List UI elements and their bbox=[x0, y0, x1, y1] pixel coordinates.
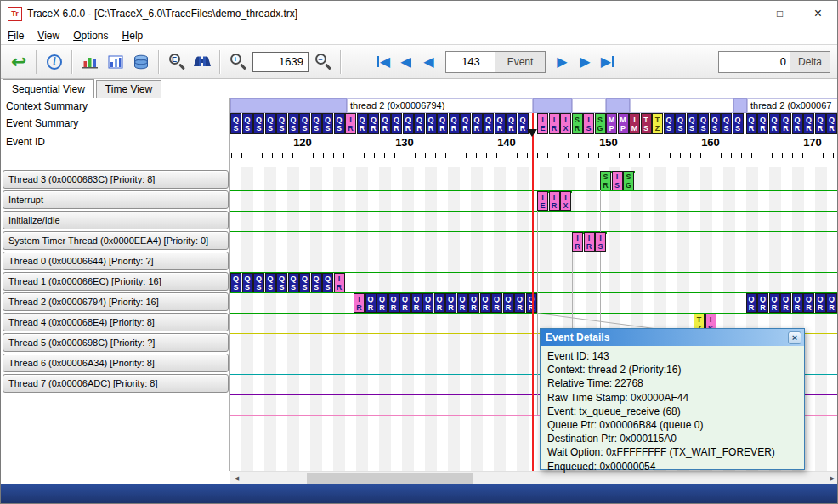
popup-close-icon[interactable]: × bbox=[788, 331, 801, 344]
event-box[interactable]: QR bbox=[399, 293, 411, 313]
event-box[interactable]: QR bbox=[403, 113, 414, 134]
thread-button[interactable]: Thread 3 (0x0000683C) [Priority: 8] bbox=[3, 170, 229, 189]
event-box[interactable]: QR bbox=[746, 113, 757, 134]
tab-sequential-view[interactable]: Sequential View bbox=[3, 79, 94, 98]
event-box[interactable]: QR bbox=[434, 293, 445, 313]
event-box[interactable]: IE bbox=[537, 113, 548, 134]
event-box[interactable]: QS bbox=[242, 273, 253, 292]
event-box[interactable]: QR bbox=[365, 293, 377, 313]
event-box[interactable]: SG bbox=[595, 113, 606, 134]
nav-prev-button[interactable]: ◀ bbox=[417, 49, 440, 75]
event-box[interactable]: IS bbox=[583, 113, 594, 134]
event-box[interactable]: IX bbox=[560, 191, 571, 211]
event-box[interactable]: QS bbox=[230, 113, 241, 134]
event-box[interactable]: QS bbox=[311, 113, 322, 134]
menu-item-file[interactable]: File bbox=[1, 28, 31, 43]
event-box[interactable]: QR bbox=[468, 293, 479, 313]
event-box[interactable]: QS bbox=[242, 113, 253, 134]
event-box[interactable]: QR bbox=[426, 113, 437, 134]
thread-button[interactable]: Thread 4 (0x000068E4) [Priority: 8] bbox=[3, 313, 229, 331]
event-box[interactable]: QS bbox=[230, 273, 241, 292]
event-box[interactable]: QR bbox=[757, 113, 768, 134]
event-box[interactable]: QS bbox=[322, 273, 333, 292]
event-box[interactable]: IR bbox=[572, 232, 583, 252]
event-box[interactable]: QS bbox=[253, 273, 264, 292]
event-box[interactable]: QR bbox=[445, 293, 456, 313]
event-box[interactable]: QS bbox=[698, 113, 709, 134]
event-details-title-bar[interactable]: Event Details × bbox=[541, 329, 804, 346]
zoom-out-button[interactable]: − bbox=[310, 49, 336, 75]
event-box[interactable]: IS bbox=[612, 171, 623, 190]
event-box[interactable]: QR bbox=[514, 293, 525, 313]
scroll-left-icon[interactable]: ◀ bbox=[230, 472, 243, 484]
event-box[interactable]: QS bbox=[311, 273, 322, 292]
event-box[interactable]: QR bbox=[815, 293, 826, 313]
maximize-button[interactable]: □ bbox=[761, 1, 799, 26]
event-number-input[interactable] bbox=[446, 52, 495, 72]
event-box[interactable]: QS bbox=[334, 113, 345, 134]
event-box[interactable]: QR bbox=[460, 113, 471, 134]
event-box[interactable]: QR bbox=[411, 293, 422, 313]
event-box[interactable]: QR bbox=[792, 113, 803, 134]
event-box[interactable]: QS bbox=[675, 113, 686, 134]
scroll-right-icon[interactable]: ▶ bbox=[826, 472, 838, 484]
event-box[interactable]: QR bbox=[815, 113, 826, 134]
event-box[interactable]: QS bbox=[276, 273, 287, 292]
current-event-cursor[interactable] bbox=[532, 113, 534, 471]
thread-button[interactable]: System Timer Thread (0x0000EEA4) [Priori… bbox=[3, 231, 229, 250]
event-box[interactable]: IR bbox=[354, 293, 365, 313]
event-box[interactable]: QS bbox=[265, 113, 276, 134]
raw-trace-button[interactable] bbox=[128, 49, 154, 75]
event-box[interactable]: QS bbox=[322, 113, 333, 134]
minimize-button[interactable]: ─ bbox=[722, 1, 761, 26]
event-box[interactable]: QR bbox=[780, 293, 791, 313]
event-box[interactable]: QS bbox=[664, 113, 675, 134]
event-box[interactable]: SR bbox=[572, 113, 583, 134]
nav-next-page-button[interactable]: ▶ bbox=[574, 49, 597, 75]
nav-next-button[interactable]: ▶ bbox=[551, 49, 574, 75]
zoom-in-button[interactable]: + bbox=[225, 49, 251, 75]
thread-button[interactable]: Initialize/Idle bbox=[3, 211, 229, 229]
delta-input[interactable] bbox=[719, 52, 790, 72]
open-trace-button[interactable]: ↩ bbox=[6, 49, 31, 75]
statistics-button[interactable] bbox=[103, 49, 128, 75]
event-box[interactable]: QR bbox=[472, 113, 483, 134]
event-box[interactable]: QR bbox=[388, 293, 399, 313]
event-box[interactable]: QR bbox=[826, 113, 837, 134]
event-box[interactable]: QS bbox=[733, 113, 744, 134]
event-box[interactable]: IX bbox=[560, 113, 571, 134]
event-box[interactable]: QR bbox=[422, 293, 433, 313]
event-box[interactable]: QS bbox=[288, 273, 299, 292]
event-box[interactable]: QR bbox=[792, 293, 803, 313]
event-box[interactable]: TZ bbox=[652, 113, 663, 134]
thread-button[interactable]: Interrupt bbox=[3, 190, 229, 209]
event-box[interactable]: IM bbox=[629, 113, 640, 134]
event-box[interactable]: SR bbox=[600, 171, 611, 190]
thread-button[interactable]: Thread 5 (0x0000698C) [Priority: ?] bbox=[3, 333, 229, 352]
event-box[interactable]: QR bbox=[414, 113, 425, 134]
close-button[interactable]: × bbox=[799, 1, 837, 26]
event-box[interactable]: IR bbox=[345, 113, 356, 134]
event-box[interactable]: QR bbox=[483, 113, 494, 134]
event-box[interactable]: QR bbox=[449, 113, 460, 134]
event-box[interactable]: QS bbox=[288, 113, 299, 134]
event-box[interactable]: IR bbox=[549, 191, 560, 211]
tab-time-view[interactable]: Time View bbox=[96, 80, 161, 98]
thread-button[interactable]: Thread 2 (0x00006794) [Priority: 16] bbox=[3, 292, 229, 311]
event-box[interactable]: QR bbox=[780, 113, 791, 134]
event-box[interactable]: QR bbox=[803, 113, 814, 134]
event-box[interactable]: QR bbox=[769, 113, 780, 134]
info-button[interactable]: i bbox=[42, 49, 67, 75]
thread-button[interactable]: Thread 0 (0x00006644) [Priority: ?] bbox=[3, 252, 229, 270]
nav-prev-page-button[interactable]: ◀ bbox=[394, 49, 417, 75]
event-box[interactable]: QR bbox=[437, 113, 448, 134]
search-events-button[interactable]: E bbox=[164, 49, 190, 75]
event-box[interactable]: IE bbox=[537, 191, 548, 211]
scrollbar-thumb[interactable] bbox=[307, 473, 473, 484]
event-box[interactable]: IR bbox=[584, 232, 595, 252]
thread-button[interactable]: Thread 6 (0x00006A34) [Priority: 8] bbox=[3, 354, 229, 372]
menu-item-help[interactable]: Help bbox=[116, 28, 150, 43]
event-box[interactable]: QR bbox=[506, 113, 517, 134]
event-box[interactable]: TS bbox=[641, 113, 652, 134]
event-box[interactable]: QR bbox=[380, 113, 391, 134]
